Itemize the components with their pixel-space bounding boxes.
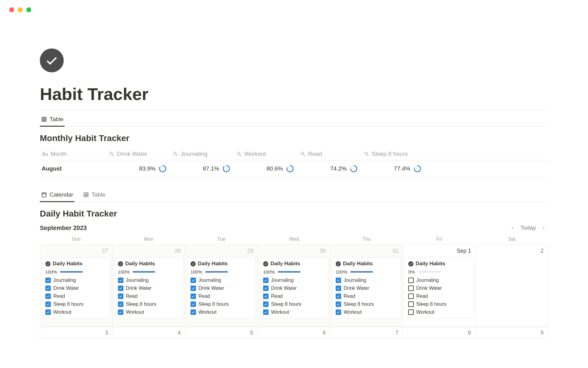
tab-table-daily[interactable]: Table bbox=[82, 188, 107, 202]
habit-item[interactable]: Workout bbox=[190, 308, 252, 316]
col-drink-water[interactable]: Drink Water bbox=[107, 151, 171, 157]
habit-item[interactable]: Sleep 8 hours bbox=[336, 300, 398, 308]
progress-pct: 100% bbox=[118, 269, 130, 274]
daily-habits-card[interactable]: Daily Habits0%JournalingDrink WaterReadS… bbox=[405, 257, 473, 318]
monthly-row-august[interactable]: August 83.9% 87.1% 80.6% 74.2% 77.4% bbox=[40, 160, 548, 177]
habit-item[interactable]: Journaling bbox=[408, 276, 470, 284]
checkbox[interactable] bbox=[45, 301, 51, 307]
habit-item[interactable]: Workout bbox=[45, 308, 107, 316]
habit-item[interactable]: Read bbox=[190, 292, 252, 300]
checkbox[interactable] bbox=[190, 293, 196, 299]
habit-item[interactable]: Drink Water bbox=[190, 284, 252, 292]
checkbox[interactable] bbox=[45, 309, 51, 315]
checkbox[interactable] bbox=[190, 309, 196, 315]
calendar-cell[interactable]: 28Daily Habits100%JournalingDrink WaterR… bbox=[113, 245, 185, 327]
habit-item[interactable]: Workout bbox=[263, 308, 325, 316]
habit-item[interactable]: Journaling bbox=[190, 276, 252, 284]
checkbox[interactable] bbox=[408, 301, 414, 307]
checkbox[interactable] bbox=[263, 309, 269, 315]
checkbox[interactable] bbox=[118, 278, 123, 283]
calendar-cell[interactable]: Sep 1Daily Habits0%JournalingDrink Water… bbox=[403, 245, 476, 327]
habit-item[interactable]: Sleep 8 hours bbox=[45, 300, 107, 308]
calendar-cell[interactable]: 27Daily Habits100%JournalingDrink WaterR… bbox=[40, 245, 113, 327]
habit-label: Journaling bbox=[126, 278, 149, 283]
checkbox[interactable] bbox=[263, 286, 269, 291]
habit-item[interactable]: Sleep 8 hours bbox=[263, 300, 325, 308]
calendar-cell[interactable]: 29Daily Habits100%JournalingDrink WaterR… bbox=[185, 245, 258, 327]
calendar-cell[interactable]: 9 bbox=[476, 327, 548, 339]
daily-habits-card[interactable]: Daily Habits100%JournalingDrink WaterRea… bbox=[115, 257, 183, 318]
calendar-cell[interactable]: 2 bbox=[476, 245, 548, 327]
prev-month-btn[interactable] bbox=[508, 224, 517, 232]
checkbox[interactable] bbox=[408, 286, 414, 291]
calendar-cell[interactable]: 4 bbox=[113, 327, 185, 339]
habit-item[interactable]: Drink Water bbox=[45, 284, 107, 292]
habit-item[interactable]: Sleep 8 hours bbox=[118, 300, 180, 308]
tab-calendar[interactable]: Calendar bbox=[40, 188, 74, 202]
habit-item[interactable]: Workout bbox=[118, 308, 180, 316]
calendar-cell[interactable]: 30Daily Habits100%JournalingDrink WaterR… bbox=[258, 245, 330, 327]
daily-habits-card[interactable]: Daily Habits100%JournalingDrink WaterRea… bbox=[42, 257, 111, 318]
checkbox[interactable] bbox=[336, 301, 341, 307]
checkbox[interactable] bbox=[408, 293, 414, 299]
checkbox[interactable] bbox=[45, 293, 51, 299]
habit-item[interactable]: Journaling bbox=[263, 276, 325, 284]
checkbox[interactable] bbox=[336, 278, 341, 283]
checkbox[interactable] bbox=[336, 286, 341, 291]
habit-item[interactable]: Read bbox=[45, 292, 107, 300]
calendar-cell[interactable]: 5 bbox=[185, 327, 258, 339]
today-btn[interactable]: Today bbox=[520, 224, 536, 231]
habit-item[interactable]: Sleep 8 hours bbox=[408, 300, 470, 308]
col-read[interactable]: Read bbox=[298, 151, 362, 157]
daily-habits-card[interactable]: Daily Habits100%JournalingDrink WaterRea… bbox=[260, 257, 328, 318]
checkbox[interactable] bbox=[118, 301, 123, 307]
habit-label: Workout bbox=[53, 309, 71, 315]
checkbox[interactable] bbox=[408, 278, 414, 283]
checkbox[interactable] bbox=[118, 293, 123, 299]
checkbox[interactable] bbox=[263, 293, 269, 299]
habit-item[interactable]: Drink Water bbox=[336, 284, 398, 292]
habit-item[interactable]: Workout bbox=[408, 308, 470, 316]
checkbox[interactable] bbox=[263, 278, 269, 283]
checkbox[interactable] bbox=[408, 309, 414, 315]
checkbox[interactable] bbox=[118, 286, 123, 291]
checkbox[interactable] bbox=[190, 286, 196, 291]
close-window-btn[interactable] bbox=[9, 7, 14, 12]
checkbox[interactable] bbox=[336, 293, 341, 299]
calendar-cell[interactable]: 6 bbox=[258, 327, 330, 339]
next-month-btn[interactable] bbox=[540, 224, 548, 232]
minimize-window-btn[interactable] bbox=[18, 7, 23, 12]
habit-item[interactable]: Journaling bbox=[336, 276, 398, 284]
habit-item[interactable]: Drink Water bbox=[408, 284, 470, 292]
date-label: 3 bbox=[40, 327, 112, 338]
col-workout[interactable]: Workout bbox=[235, 151, 298, 157]
checkbox[interactable] bbox=[263, 301, 269, 307]
daily-habits-card[interactable]: Daily Habits100%JournalingDrink WaterRea… bbox=[332, 257, 401, 318]
habit-item[interactable]: Drink Water bbox=[118, 284, 180, 292]
habit-item[interactable]: Read bbox=[408, 292, 470, 300]
col-sleep[interactable]: Sleep 8 hours bbox=[362, 151, 426, 157]
calendar-cell[interactable]: 3 bbox=[40, 327, 113, 339]
habit-item[interactable]: Journaling bbox=[45, 276, 107, 284]
habit-item[interactable]: Workout bbox=[336, 308, 398, 316]
checkbox[interactable] bbox=[190, 278, 196, 283]
checkbox[interactable] bbox=[118, 309, 123, 315]
habit-item[interactable]: Read bbox=[263, 292, 325, 300]
checkbox[interactable] bbox=[190, 301, 196, 307]
habit-item[interactable]: Read bbox=[118, 292, 180, 300]
habit-item[interactable]: Sleep 8 hours bbox=[190, 300, 252, 308]
habit-item[interactable]: Drink Water bbox=[263, 284, 325, 292]
tab-table[interactable]: Table bbox=[40, 113, 65, 126]
col-journaling[interactable]: Journaling bbox=[171, 151, 235, 157]
checkbox[interactable] bbox=[336, 309, 341, 315]
col-month[interactable]: Aa Month bbox=[40, 151, 107, 157]
calendar-cell[interactable]: 31Daily Habits100%JournalingDrink WaterR… bbox=[330, 245, 403, 327]
maximize-window-btn[interactable] bbox=[26, 7, 31, 12]
calendar-cell[interactable]: 7 bbox=[330, 327, 403, 339]
checkbox[interactable] bbox=[45, 286, 51, 291]
calendar-cell[interactable]: 8 bbox=[403, 327, 476, 339]
daily-habits-card[interactable]: Daily Habits100%JournalingDrink WaterRea… bbox=[187, 257, 256, 318]
habit-item[interactable]: Journaling bbox=[118, 276, 180, 284]
habit-item[interactable]: Read bbox=[336, 292, 398, 300]
checkbox[interactable] bbox=[45, 278, 51, 283]
